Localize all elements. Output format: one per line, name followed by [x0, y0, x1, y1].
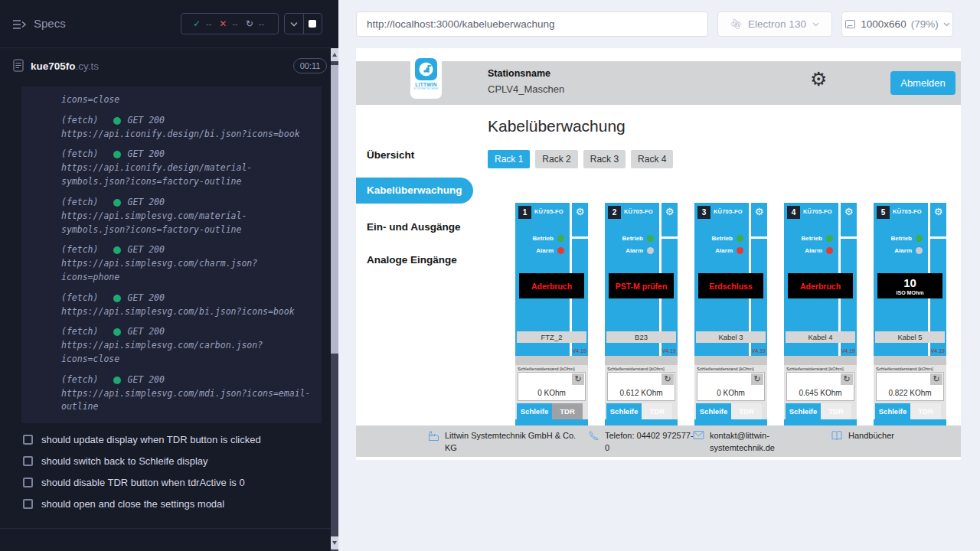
betrieb-label: Betrieb [890, 235, 912, 242]
tdr-button[interactable]: TDR [821, 403, 851, 419]
specs-title: Specs [34, 17, 66, 30]
status-display-text: 10 [903, 276, 916, 289]
sidebar-item[interactable]: Ein- und Ausgänge [356, 218, 473, 236]
tdr-button[interactable]: TDR [910, 403, 941, 419]
electron-icon [730, 18, 742, 30]
betrieb-led [647, 235, 654, 242]
footer-email[interactable]: kontakt@littwin-systemtechnik.de [693, 430, 788, 455]
card-settings-gear-icon[interactable]: ⚙ [841, 207, 857, 217]
settings-gear-icon[interactable]: ⚙ [810, 70, 827, 89]
rack-tab[interactable]: Rack 2 [535, 150, 577, 168]
viewport-select[interactable]: 1000x660 (79%) [841, 11, 953, 37]
device-cards: 1KÜ705-FO⚙BetriebAlarmAderbruchFTZ_2V4.1… [515, 203, 946, 425]
logout-button[interactable]: Abmelden [890, 71, 956, 95]
scrollbar-thumb[interactable] [331, 65, 338, 354]
divider [930, 236, 946, 239]
log-entry[interactable]: (fetch)GET 200https://api.simplesvg.com/… [61, 196, 311, 236]
log-entry[interactable]: icons=close [61, 93, 311, 107]
sidebar-item[interactable]: Übersicht [356, 146, 473, 165]
resistance-value-box: ↻0 KOhm [518, 372, 586, 401]
device-model: KÜ705-FO [624, 208, 653, 215]
url-input[interactable]: http://localhost:3000/kabelueberwachung [356, 11, 708, 37]
schleife-button[interactable]: Schleife [786, 403, 821, 419]
test-stats[interactable]: ✓ -- ✕ -- ↻ -- [181, 13, 279, 34]
stop-button[interactable] [303, 14, 322, 34]
rack-tab[interactable]: Rack 1 [488, 150, 530, 168]
spec-row[interactable]: kue705fo.cy.ts 00:11 [0, 57, 331, 80]
status-display: Aderbruch [788, 273, 853, 298]
test-item[interactable]: should open and close the settings modal [0, 493, 331, 514]
alarm-led [737, 247, 743, 254]
sidebar-item[interactable]: Kabelüberwachung [356, 178, 473, 204]
runner-header: Specs ✓ -- ✕ -- ↻ -- [0, 0, 331, 48]
mode-buttons: SchleifeTDR [515, 403, 588, 419]
device-model: KÜ705-FO [803, 208, 832, 215]
resistance-value-box: ↻0 KOhm [697, 372, 765, 401]
resistance-value-box: ↻0.612 KOhm [607, 372, 675, 401]
alarm-label: Alarm [715, 247, 733, 254]
test-item[interactable]: should update display when TDR button is… [0, 429, 331, 450]
status-dot-icon [113, 295, 121, 302]
betrieb-row: Betrieb [694, 235, 743, 242]
collapse-button[interactable] [285, 14, 303, 34]
betrieb-label: Betrieb [532, 235, 554, 242]
resistance-value: 0.645 KOhm [787, 389, 854, 397]
rack-tab[interactable]: Rack 3 [583, 150, 626, 168]
betrieb-led [557, 235, 564, 242]
card-settings-gear-icon[interactable]: ⚙ [572, 207, 588, 217]
log-entry-head: (fetch)GET 200 [61, 292, 311, 305]
betrieb-row: Betrieb [605, 235, 654, 242]
card-settings-gear-icon[interactable]: ⚙ [751, 207, 767, 217]
tdr-button[interactable]: TDR [642, 403, 672, 419]
schleife-button[interactable]: Schleife [517, 403, 552, 419]
log-entry[interactable]: (fetch)GET 200https://api.simplesvg.com/… [61, 325, 311, 366]
refresh-icon[interactable]: ↻ [930, 373, 942, 385]
test-state-icon [23, 456, 33, 466]
arrow-up-icon [332, 53, 337, 57]
spec-extension: .cy.ts [76, 60, 100, 72]
log-entry[interactable]: (fetch)GET 200https://api.simplesvg.com/… [61, 292, 311, 319]
divider [605, 356, 678, 365]
refresh-icon[interactable]: ↻ [841, 373, 853, 385]
log-entry[interactable]: (fetch)GET 200https://api.simplesvg.com/… [61, 373, 311, 414]
footer-manuals[interactable]: Handbücher [831, 430, 894, 442]
card-settings-gear-icon[interactable]: ⚙ [930, 207, 946, 217]
log-prefix: (fetch) [61, 196, 98, 210]
scroll-up-button[interactable] [331, 48, 338, 61]
log-entry[interactable]: (fetch)GET 200https://api.iconify.design… [61, 114, 311, 142]
schleife-button[interactable]: Schleife [696, 403, 731, 419]
company-name: Littwin Systemtechnik GmbH & Co. KG [445, 430, 583, 455]
rack-tab[interactable]: Rack 4 [631, 150, 673, 168]
refresh-icon[interactable]: ↻ [751, 373, 763, 385]
status-dot-icon [113, 328, 121, 336]
tdr-button[interactable]: TDR [552, 403, 583, 419]
stop-icon [309, 20, 316, 28]
scroll-down-button[interactable] [331, 536, 338, 549]
status-display-text: Erdschluss [709, 282, 753, 291]
littwin-logo: LITTWIN SYSTEMTECHNIK [410, 56, 442, 99]
log-entry[interactable]: (fetch)GET 200https://api.iconify.design… [61, 148, 311, 188]
status-display: Aderbruch [519, 273, 584, 298]
viewport-icon [844, 18, 856, 30]
log-entry[interactable]: (fetch)GET 200https://api.simplesvg.com/… [61, 243, 311, 284]
schleife-button[interactable]: Schleife [606, 403, 642, 419]
cable-name: B23 [606, 331, 676, 343]
device-front: 3KÜ705-FO⚙BetriebAlarmErdschlussKabel 3V… [694, 203, 767, 356]
test-item[interactable]: should switch back to Schleife display [0, 450, 331, 471]
specs-menu-icon[interactable] [12, 18, 28, 31]
sidebar-item[interactable]: Analoge Eingänge [356, 251, 473, 269]
alarm-row: Alarm [784, 247, 833, 254]
card-settings-gear-icon[interactable]: ⚙ [662, 207, 678, 217]
schleife-button[interactable]: Schleife [875, 403, 910, 419]
browser-select[interactable]: Electron 130 [717, 11, 832, 37]
log-url: https://api.iconify.design/bi.json?icons… [61, 128, 311, 142]
test-item[interactable]: should disable TDR button when tdrActive… [0, 471, 331, 493]
refresh-icon[interactable]: ↻ [662, 373, 674, 385]
log-entry-head: (fetch)GET 200 [61, 243, 311, 257]
station-info: Stationsname CPLV4_Maschen [488, 68, 564, 95]
status-dot-icon [113, 246, 121, 254]
log-url: https://api.simplesvg.com/charm.json?ico… [61, 257, 311, 285]
refresh-icon[interactable]: ↻ [572, 373, 584, 385]
test-title: should update display when TDR button is… [41, 434, 261, 445]
tdr-button[interactable]: TDR [731, 403, 762, 419]
